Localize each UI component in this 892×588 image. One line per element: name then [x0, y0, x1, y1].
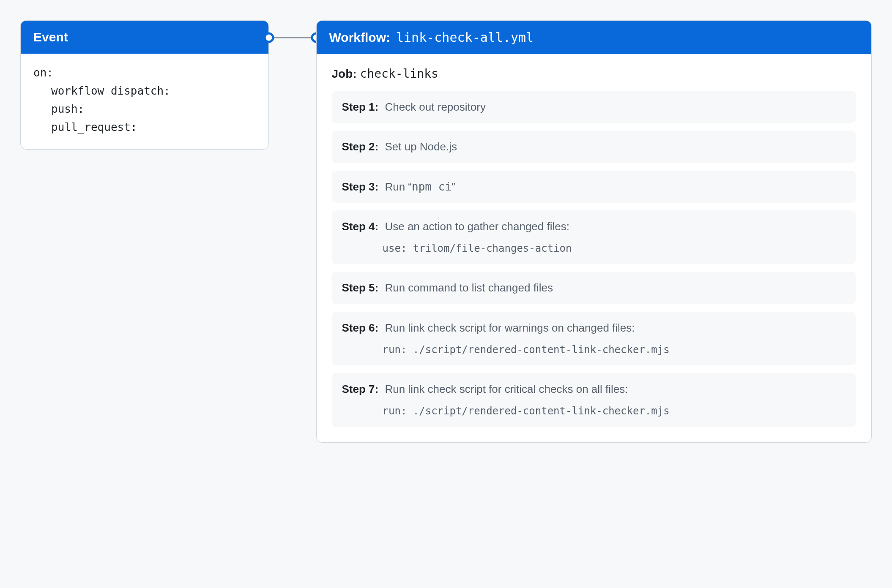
step-desc: Run command to list changed files — [385, 281, 553, 294]
event-card: Event on: workflow_dispatch: push: pull_… — [20, 20, 269, 150]
workflow-card-header: Workflow: link-check-all.yml — [317, 21, 871, 54]
workflow-body: Job: check-links Step 1: Check out repos… — [317, 54, 871, 442]
step-row: Step 6: Run link check script for warnin… — [332, 312, 856, 365]
step-row: Step 4: Use an action to gather changed … — [332, 210, 856, 264]
step-desc-suffix: ” — [451, 180, 455, 193]
step-detail: run: ./script/rendered-content-link-chec… — [342, 403, 846, 419]
step-desc-prefix: Run “ — [385, 180, 412, 193]
step-row: Step 2: Set up Node.js — [332, 131, 856, 163]
step-desc: Run link check script for warnings on ch… — [385, 321, 635, 334]
event-body: on: workflow_dispatch: push: pull_reques… — [21, 54, 268, 149]
workflow-card: Workflow: link-check-all.yml Job: check-… — [316, 20, 872, 443]
event-title: Event — [33, 30, 68, 44]
svg-point-1 — [265, 33, 273, 42]
step-detail: run: ./script/rendered-content-link-chec… — [342, 342, 846, 358]
step-detail: use: trilom/file-changes-action — [342, 241, 846, 256]
step-row: Step 7: Run link check script for critic… — [332, 373, 856, 427]
job-label: Job: — [332, 67, 357, 80]
diagram-canvas: Event on: workflow_dispatch: push: pull_… — [20, 20, 872, 443]
event-trigger: push: — [33, 100, 256, 118]
step-desc: Use an action to gather changed files: — [385, 220, 569, 233]
step-desc: Set up Node.js — [385, 140, 457, 153]
step-row: Step 3: Run “npm ci” — [332, 171, 856, 203]
workflow-title-label: Workflow: — [329, 30, 390, 45]
step-number: Step 3: — [342, 180, 379, 193]
step-number: Step 7: — [342, 383, 379, 395]
connector — [269, 20, 316, 54]
event-card-header: Event — [21, 21, 268, 54]
event-trigger: workflow_dispatch: — [33, 82, 256, 100]
connector-icon — [264, 31, 321, 48]
step-row: Step 5: Run command to list changed file… — [332, 272, 856, 304]
step-desc-mono: npm ci — [412, 180, 451, 193]
step-number: Step 1: — [342, 101, 379, 113]
step-desc: Run link check script for critical check… — [385, 383, 628, 395]
step-number: Step 2: — [342, 140, 379, 153]
step-number: Step 6: — [342, 321, 379, 334]
event-on-label: on: — [33, 64, 256, 82]
job-title: Job: check-links — [332, 67, 856, 81]
step-number: Step 5: — [342, 281, 379, 294]
step-row: Step 1: Check out repository — [332, 91, 856, 123]
step-desc: Check out repository — [385, 101, 485, 113]
step-number: Step 4: — [342, 220, 379, 233]
event-trigger: pull_request: — [33, 118, 256, 136]
workflow-filename: link-check-all.yml — [396, 30, 534, 45]
job-name: check-links — [360, 67, 438, 81]
